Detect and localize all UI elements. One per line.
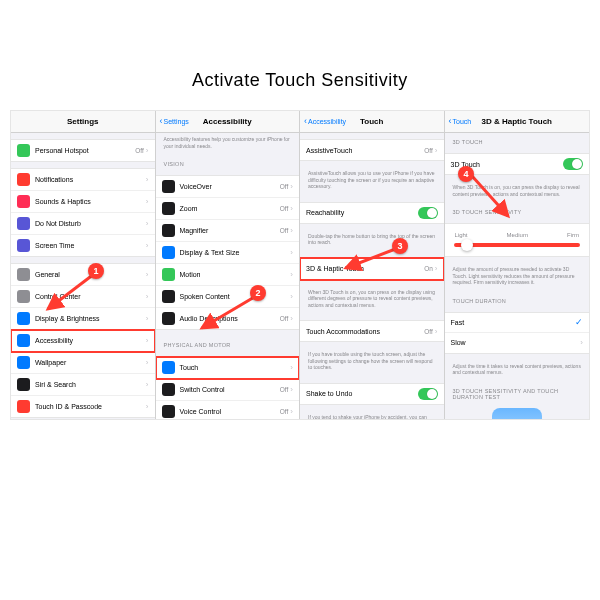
chevron-right-icon: › xyxy=(290,385,293,394)
app-icon xyxy=(162,405,175,418)
settings-row[interactable]: Display & Brightness› xyxy=(11,308,155,330)
app-icon xyxy=(17,173,30,186)
sensitivity-test-preview[interactable] xyxy=(492,408,542,420)
panel-touch: ‹Accessibility Touch AssistiveTouch Off›… xyxy=(300,111,445,419)
panel-settings: Settings Personal HotspotOff›Notificatio… xyxy=(11,111,156,419)
app-icon xyxy=(162,312,175,325)
app-icon xyxy=(17,378,30,391)
back-button[interactable]: ‹Touch xyxy=(449,117,472,126)
nav-title: Settings xyxy=(67,117,99,126)
settings-row[interactable]: Screen Time› xyxy=(11,235,155,256)
chevron-right-icon: › xyxy=(580,338,583,347)
app-icon xyxy=(17,144,30,157)
settings-row[interactable]: Voice ControlOff› xyxy=(156,401,300,419)
settings-row[interactable]: Wallpaper› xyxy=(11,352,155,374)
app-icon xyxy=(162,290,175,303)
settings-row[interactable]: Spoken Content› xyxy=(156,286,300,308)
settings-row[interactable]: Slow› xyxy=(445,333,590,353)
navbar-accessibility: ‹Settings Accessibility xyxy=(156,111,300,133)
step-badge-1: 1 xyxy=(88,263,104,279)
chevron-right-icon: › xyxy=(290,292,293,301)
navbar-settings: Settings xyxy=(11,111,155,133)
app-icon xyxy=(17,217,30,230)
chevron-right-icon: › xyxy=(290,314,293,323)
settings-row[interactable]: Motion› xyxy=(156,264,300,286)
step-badge-2: 2 xyxy=(250,285,266,301)
app-icon xyxy=(162,361,175,374)
row-assistivetouch[interactable]: AssistiveTouch Off› xyxy=(300,140,444,160)
settings-row[interactable]: General› xyxy=(11,264,155,286)
settings-row[interactable]: Audio DescriptionsOff› xyxy=(156,308,300,329)
app-icon xyxy=(17,268,30,281)
page-title: Activate Touch Sensitivity xyxy=(0,0,600,111)
chevron-right-icon: › xyxy=(290,248,293,257)
chevron-right-icon: › xyxy=(290,407,293,416)
settings-row[interactable]: Touch› xyxy=(156,357,300,379)
chevron-right-icon: › xyxy=(290,363,293,372)
sensitivity-slider[interactable] xyxy=(455,244,580,246)
step-badge-4: 4 xyxy=(458,166,474,182)
settings-row[interactable]: Display & Text Size› xyxy=(156,242,300,264)
row-reachability[interactable]: Reachability xyxy=(300,203,444,223)
chevron-right-icon: › xyxy=(290,226,293,235)
chevron-right-icon: › xyxy=(146,219,149,228)
settings-row[interactable]: Accessibility› xyxy=(11,330,155,352)
panel-3d-haptic: ‹Touch 3D & Haptic Touch 3D TOUCH 3D Tou… xyxy=(445,111,590,419)
settings-row[interactable]: VoiceOverOff› xyxy=(156,176,300,198)
app-icon xyxy=(17,290,30,303)
app-icon xyxy=(162,383,175,396)
settings-row[interactable]: Personal HotspotOff› xyxy=(11,140,155,161)
navbar-touch: ‹Accessibility Touch xyxy=(300,111,444,133)
settings-row[interactable]: Siri & Search› xyxy=(11,374,155,396)
chevron-right-icon: › xyxy=(146,270,149,279)
chevron-left-icon: ‹ xyxy=(304,117,307,126)
app-icon xyxy=(162,202,175,215)
chevron-right-icon: › xyxy=(146,402,149,411)
slider-thumb[interactable] xyxy=(461,239,473,251)
settings-row[interactable]: Switch ControlOff› xyxy=(156,379,300,401)
section-header: VISION xyxy=(156,155,300,169)
app-icon xyxy=(162,180,175,193)
toggle-on[interactable] xyxy=(418,207,438,219)
chevron-right-icon: › xyxy=(435,146,438,155)
section-header: PHYSICAL AND MOTOR xyxy=(156,336,300,350)
toggle-on[interactable] xyxy=(563,158,583,170)
chevron-right-icon: › xyxy=(435,327,438,336)
settings-row[interactable]: Sounds & Haptics› xyxy=(11,191,155,213)
chevron-left-icon: ‹ xyxy=(449,117,452,126)
app-icon xyxy=(17,239,30,252)
settings-row[interactable]: Notifications› xyxy=(11,169,155,191)
chevron-right-icon: › xyxy=(290,182,293,191)
panel-accessibility: ‹Settings Accessibility Accessibility fe… xyxy=(156,111,301,419)
chevron-right-icon: › xyxy=(146,358,149,367)
app-icon xyxy=(17,195,30,208)
settings-row[interactable]: Fast✓ xyxy=(445,313,590,333)
settings-row[interactable]: Do Not Disturb› xyxy=(11,213,155,235)
checkmark-icon: ✓ xyxy=(575,317,583,327)
settings-row[interactable]: Touch ID & Passcode› xyxy=(11,396,155,417)
back-button[interactable]: ‹Settings xyxy=(160,117,189,126)
row-shake-to-undo[interactable]: Shake to Undo xyxy=(300,384,444,404)
back-button[interactable]: ‹Accessibility xyxy=(304,117,346,126)
app-icon xyxy=(17,400,30,413)
chevron-right-icon: › xyxy=(146,197,149,206)
app-icon xyxy=(17,356,30,369)
app-icon xyxy=(17,312,30,325)
settings-row[interactable]: ZoomOff› xyxy=(156,198,300,220)
toggle-on[interactable] xyxy=(418,388,438,400)
chevron-right-icon: › xyxy=(290,270,293,279)
app-icon xyxy=(162,224,175,237)
nav-title: Accessibility xyxy=(203,117,252,126)
app-icon xyxy=(162,268,175,281)
chevron-right-icon: › xyxy=(290,204,293,213)
nav-title: 3D & Haptic Touch xyxy=(481,117,552,126)
row-3d-haptic-touch[interactable]: 3D & Haptic Touch On› xyxy=(300,259,444,279)
chevron-right-icon: › xyxy=(146,336,149,345)
settings-row[interactable]: MagnifierOff› xyxy=(156,220,300,242)
row-touch-accommodations[interactable]: Touch Accommodations Off› xyxy=(300,321,444,341)
chevron-right-icon: › xyxy=(146,380,149,389)
intro-text: Accessibility features help you customiz… xyxy=(156,133,300,155)
settings-row[interactable]: Control Center› xyxy=(11,286,155,308)
app-icon xyxy=(17,334,30,347)
chevron-left-icon: ‹ xyxy=(160,117,163,126)
